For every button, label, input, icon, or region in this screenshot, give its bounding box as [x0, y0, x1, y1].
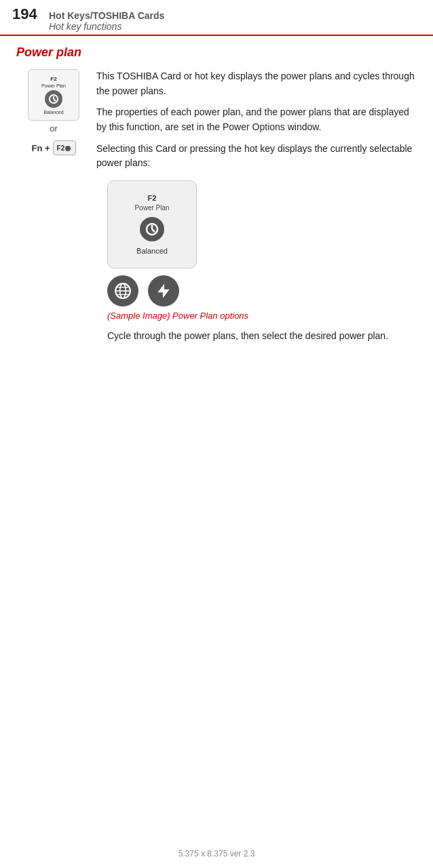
caption-text: (Sample Image) Power Plan options — [107, 311, 248, 321]
card-large-title-label: Power Plan — [134, 204, 169, 212]
card-small-icon — [45, 90, 62, 108]
fn-key-badge: F2 — [53, 140, 76, 155]
fn-text: Fn + — [31, 143, 50, 153]
paragraph-3: Selecting this Card or pressing the hot … — [96, 142, 417, 171]
large-card-area: F2 Power Plan Balanced — [96, 180, 417, 351]
svg-marker-11 — [157, 283, 169, 298]
content: Power plan F2 Power Plan Balanced or — [0, 36, 433, 380]
globe-icon — [107, 275, 138, 307]
page-number: 194 — [12, 5, 46, 23]
key-f2-label: F2 — [57, 144, 65, 152]
main-block: F2 Power Plan Balanced or Fn + F2 — [16, 69, 417, 360]
svg-line-2 — [54, 99, 56, 101]
svg-line-5 — [152, 229, 155, 232]
card-small-status-label: Balanced — [43, 110, 63, 115]
card-large-icon — [140, 217, 164, 241]
card-small-key-label: F2 — [50, 76, 56, 82]
fn-row: Fn + F2 — [31, 140, 75, 155]
card-small: F2 Power Plan Balanced — [28, 69, 79, 121]
key-dot-icon — [65, 146, 71, 151]
left-column: F2 Power Plan Balanced or Fn + F2 — [16, 69, 91, 155]
page-footer: 5.375 x 8.375 ver 2.3 — [0, 849, 433, 859]
right-column: This TOSHIBA Card or hot key displays th… — [96, 69, 417, 360]
icons-row — [107, 275, 179, 307]
section-title: Power plan — [16, 45, 417, 60]
header-subtitle: Hot key functions — [49, 21, 164, 32]
paragraph-2: The properties of each power plan, and t… — [96, 105, 417, 134]
paragraph-4: Cycle through the power plans, then sele… — [107, 329, 388, 344]
page-header: 194 Hot Keys/TOSHIBA Cards Hot key funct… — [0, 0, 433, 36]
card-small-title-label: Power Plan — [41, 83, 66, 88]
card-large-status-label: Balanced — [136, 247, 168, 255]
lightning-icon — [148, 275, 179, 307]
card-large-key-label: F2 — [148, 194, 157, 202]
header-title: Hot Keys/TOSHIBA Cards — [49, 10, 164, 21]
paragraph-1: This TOSHIBA Card or hot key displays th… — [96, 69, 417, 98]
card-large: F2 Power Plan Balanced — [107, 180, 197, 269]
or-label: or — [50, 123, 58, 134]
header-text: Hot Keys/TOSHIBA Cards Hot key functions — [49, 10, 164, 32]
